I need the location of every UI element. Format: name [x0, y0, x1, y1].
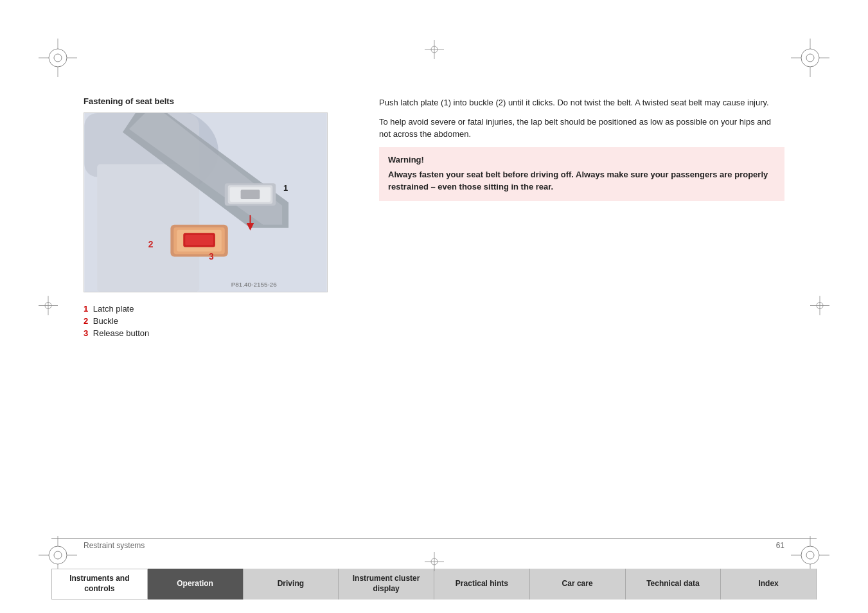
tab-practical-hints[interactable]: Practical hints	[434, 569, 530, 600]
mid-crosshair-right	[810, 296, 829, 317]
section-label: Restraint systems	[84, 541, 145, 550]
tab-operation[interactable]: Operation	[148, 569, 244, 600]
svg-text:1: 1	[283, 183, 288, 193]
parts-list: 1 Latch plate 2 Buckle 3 Release button	[84, 304, 353, 338]
list-item-3: 3 Release button	[84, 328, 353, 338]
svg-point-7	[806, 54, 814, 62]
warning-title: Warning!	[388, 155, 775, 164]
corner-mark-tl	[39, 39, 77, 77]
list-item-1: 1 Latch plate	[84, 304, 353, 314]
svg-rect-39	[241, 190, 260, 199]
svg-text:P81.40-2155-26: P81.40-2155-26	[231, 281, 278, 288]
page-content: Fastening of seat belts 1	[84, 96, 784, 510]
mid-crosshair-left	[39, 296, 58, 317]
mid-top-crosshair	[425, 40, 444, 61]
warning-text: Always fasten your seat belt before driv…	[388, 168, 775, 193]
tab-car-care[interactable]: Car care	[530, 569, 626, 600]
list-item-2: 2 Buckle	[84, 316, 353, 326]
warning-box: Warning! Always fasten your seat belt be…	[379, 147, 784, 201]
left-column: Fastening of seat belts 1	[84, 96, 353, 341]
svg-point-1	[54, 54, 62, 62]
svg-text:3: 3	[209, 251, 214, 262]
page-number: 61	[776, 541, 784, 550]
section-title: Fastening of seat belts	[84, 96, 353, 106]
svg-text:2: 2	[148, 239, 154, 249]
right-column: Push latch plate (1) into buckle (2) unt…	[379, 96, 784, 201]
tab-technical-data[interactable]: Technical data	[626, 569, 722, 600]
corner-mark-tr	[791, 39, 829, 77]
svg-point-6	[801, 49, 819, 67]
mid-bottom-crosshair	[425, 552, 444, 573]
tab-index[interactable]: Index	[721, 569, 817, 600]
svg-point-0	[49, 49, 67, 67]
diagram-container: 1 2 3 P81	[84, 112, 328, 292]
tab-driving[interactable]: Driving	[244, 569, 339, 600]
tab-instruments-and-controls[interactable]: Instruments and controls	[51, 569, 148, 600]
tab-instrument-cluster-display[interactable]: Instrument cluster display	[339, 569, 434, 600]
instruction-text-1: Push latch plate (1) into buckle (2) unt…	[379, 96, 784, 109]
instruction-text-2: To help avoid severe or fatal injuries, …	[379, 116, 784, 141]
svg-rect-45	[185, 235, 213, 245]
